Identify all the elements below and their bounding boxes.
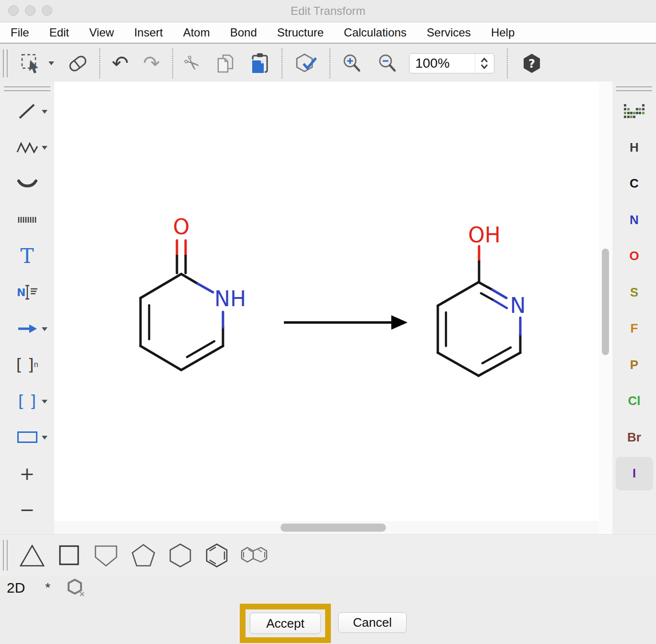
element-button-o[interactable]: O <box>612 238 656 274</box>
single-bond-dropdown[interactable] <box>42 110 47 114</box>
single-bond-tool[interactable] <box>0 93 54 130</box>
eraser-icon <box>67 53 89 74</box>
menu-calculations[interactable]: Calculations <box>344 26 407 39</box>
hashed-bond-icon <box>17 215 38 225</box>
ring-template-toolbar <box>0 534 656 576</box>
minus-charge-tool[interactable]: − <box>0 492 54 528</box>
menu-insert[interactable]: Insert <box>134 26 163 39</box>
paste-button[interactable] <box>249 52 271 74</box>
arc-bond-tool[interactable] <box>0 166 54 202</box>
vertical-scrollbar-thumb[interactable] <box>602 249 609 355</box>
eraser-button[interactable] <box>67 53 89 74</box>
any-atom-label[interactable]: * <box>45 580 50 596</box>
element-button-h[interactable]: H <box>612 130 656 166</box>
rectangle-tool[interactable] <box>0 419 54 456</box>
zoom-in-button[interactable] <box>342 53 362 73</box>
status-row: 2D * <box>0 576 656 600</box>
template-cyclobutane-button[interactable] <box>56 542 82 569</box>
accept-button[interactable]: Accept <box>250 613 321 634</box>
template-cyclopentane-button[interactable] <box>129 542 157 569</box>
toolbar-grip[interactable] <box>3 540 8 571</box>
hashed-bond-tool[interactable] <box>0 202 54 239</box>
element-button-c[interactable]: C <box>612 166 656 202</box>
element-button-i[interactable]: I <box>612 455 656 492</box>
vertical-scrollbar[interactable] <box>598 82 612 534</box>
template-cyclopentadiene-button[interactable] <box>92 542 120 569</box>
reaction-arrow-tool[interactable] <box>0 310 54 347</box>
zoom-level-value[interactable]: 100% <box>410 56 475 71</box>
bracket-dropdown[interactable] <box>42 400 47 404</box>
close-button[interactable] <box>8 5 19 16</box>
zoom-out-icon <box>377 53 398 73</box>
template-cyclopropane-button[interactable] <box>18 542 46 569</box>
repeat-group-tool[interactable]: [ ]n <box>0 347 54 383</box>
cut-button[interactable]: ✂ <box>184 52 200 74</box>
menu-services[interactable]: Services <box>427 26 471 39</box>
structure-canvas[interactable]: O NH OH N <box>54 82 598 521</box>
rectangle-dropdown[interactable] <box>42 436 47 440</box>
redo-button[interactable]: ↷ <box>143 53 160 73</box>
dimension-label[interactable]: 2D <box>7 580 25 596</box>
panel-grip[interactable] <box>616 86 652 91</box>
atom-label-tool[interactable]: N <box>0 274 54 311</box>
menu-atom[interactable]: Atom <box>183 26 210 39</box>
toolbar-separator <box>507 48 508 78</box>
reaction-arrow-dropdown[interactable] <box>42 327 47 331</box>
panel-grip[interactable] <box>4 86 50 91</box>
text-tool[interactable]: T <box>0 238 54 274</box>
repeat-group-icon: [ ] <box>16 355 34 374</box>
toolbar-separator <box>99 48 100 78</box>
zoom-level-spinner[interactable]: 100% <box>409 53 494 73</box>
periodic-table-button[interactable] <box>612 93 656 130</box>
select-tool-button[interactable] <box>20 52 54 74</box>
toolbar-separator <box>329 48 330 78</box>
element-button-n[interactable]: N <box>612 202 656 239</box>
zoom-window-button[interactable] <box>42 5 52 16</box>
template-cyclohexane-button[interactable] <box>167 542 194 569</box>
cancel-button[interactable]: Cancel <box>338 612 407 633</box>
help-icon: ? <box>521 53 542 74</box>
select-tool-dropdown[interactable] <box>48 61 54 65</box>
rectangle-icon <box>17 431 37 443</box>
element-button-f[interactable]: F <box>612 310 656 347</box>
menu-structure[interactable]: Structure <box>277 26 324 39</box>
accept-highlight-frame: Accept <box>240 604 331 643</box>
horizontal-scrollbar-thumb[interactable] <box>281 524 386 532</box>
menu-edit[interactable]: Edit <box>49 26 69 39</box>
copy-button[interactable] <box>214 53 235 74</box>
element-button-br[interactable]: Br <box>612 419 656 456</box>
cut-icon: ✂ <box>178 49 205 77</box>
menu-help[interactable]: Help <box>491 26 515 39</box>
menu-view[interactable]: View <box>89 26 114 39</box>
reaction-arrow[interactable] <box>284 315 408 330</box>
periodic-table-icon <box>623 104 646 119</box>
menu-bond[interactable]: Bond <box>230 26 257 39</box>
zoom-stepper[interactable] <box>475 53 494 73</box>
structure-check-icon <box>295 52 318 74</box>
repeat-group-subscript: n <box>34 360 38 369</box>
toolbar-separator <box>281 48 282 78</box>
plus-charge-icon: + <box>20 463 35 484</box>
zoom-out-button[interactable] <box>377 53 398 73</box>
benzene-icon <box>203 542 230 569</box>
clear-structure-button[interactable] <box>67 578 86 598</box>
menu-file[interactable]: File <box>11 26 29 39</box>
bracket-tool[interactable]: [ ] <box>0 383 54 419</box>
undo-button[interactable]: ↶ <box>112 53 129 73</box>
plus-charge-tool[interactable]: + <box>0 455 54 492</box>
help-button[interactable]: ? <box>521 53 542 74</box>
template-benzene-button[interactable] <box>203 542 230 569</box>
template-naphthalene-button[interactable] <box>240 545 269 566</box>
minimize-button[interactable] <box>25 5 35 16</box>
edit-transform-window: { "window": { "title": "Edit Transform" … <box>0 0 656 644</box>
structure-check-button[interactable] <box>295 52 318 74</box>
stepper-arrows-icon <box>479 57 490 70</box>
toolbar-grip[interactable] <box>3 49 8 77</box>
element-button-s[interactable]: S <box>612 274 656 311</box>
horizontal-scrollbar[interactable] <box>54 521 598 534</box>
element-button-cl[interactable]: Cl <box>612 383 656 419</box>
element-button-p[interactable]: P <box>612 347 656 383</box>
window-title: Edit Transform <box>0 0 656 22</box>
chain-tool[interactable] <box>0 130 54 166</box>
chain-dropdown[interactable] <box>42 146 47 150</box>
